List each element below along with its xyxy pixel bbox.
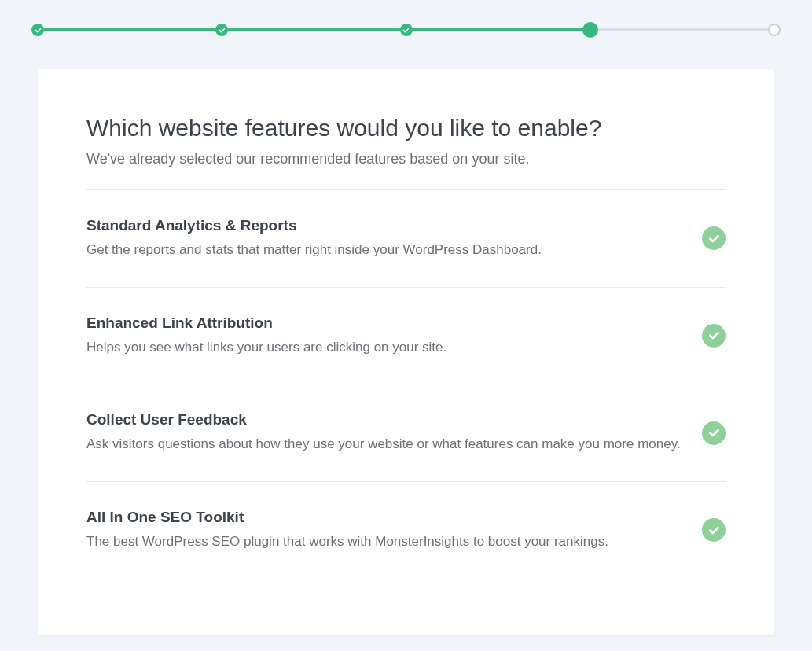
feature-toggle-enhanced-link[interactable] (702, 324, 726, 348)
feature-row-enhanced-link: Enhanced Link Attribution Helps you see … (86, 288, 726, 385)
feature-desc: The best WordPress SEO plugin that works… (86, 532, 683, 552)
feature-text: Enhanced Link Attribution Helps you see … (86, 314, 702, 358)
feature-toggle-collect-feedback[interactable] (702, 421, 726, 445)
feature-row-collect-feedback: Collect User Feedback Ask visitors quest… (86, 384, 726, 482)
features-card: Which website features would you like to… (38, 69, 774, 635)
setup-progress-bar (38, 22, 774, 38)
check-icon (219, 27, 226, 34)
feature-desc: Helps you see what links your users are … (86, 338, 683, 358)
progress-step-3[interactable] (400, 24, 413, 36)
check-icon (708, 524, 720, 536)
feature-toggle-seo-toolkit[interactable] (702, 518, 726, 542)
feature-title: Enhanced Link Attribution (86, 314, 683, 332)
feature-toggle-standard-analytics[interactable] (702, 226, 726, 250)
progress-step-2[interactable] (215, 24, 228, 36)
feature-text: All In One SEO Toolkit The best WordPres… (86, 509, 702, 552)
check-icon (708, 329, 720, 341)
feature-row-standard-analytics: Standard Analytics & Reports Get the rep… (86, 190, 726, 288)
feature-text: Standard Analytics & Reports Get the rep… (86, 217, 702, 260)
progress-step-4-current[interactable] (582, 22, 598, 38)
check-icon (708, 427, 720, 439)
feature-title: Collect User Feedback (86, 411, 683, 428)
feature-title: Standard Analytics & Reports (86, 217, 683, 234)
check-icon (708, 233, 720, 245)
check-icon (402, 27, 410, 34)
feature-desc: Ask visitors questions about how they us… (86, 435, 683, 454)
progress-step-5[interactable] (768, 24, 781, 36)
feature-text: Collect User Feedback Ask visitors quest… (86, 411, 702, 454)
page-title: Which website features would you like to… (86, 115, 726, 142)
feature-desc: Get the reports and stats that matter ri… (86, 241, 683, 260)
feature-title: All In One SEO Toolkit (86, 509, 683, 526)
progress-step-1[interactable] (31, 24, 44, 36)
progress-fill (38, 28, 590, 31)
check-icon (35, 27, 42, 34)
page-subtitle: We've already selected our recommended f… (86, 151, 726, 167)
feature-row-seo-toolkit: All In One SEO Toolkit The best WordPres… (86, 482, 726, 560)
